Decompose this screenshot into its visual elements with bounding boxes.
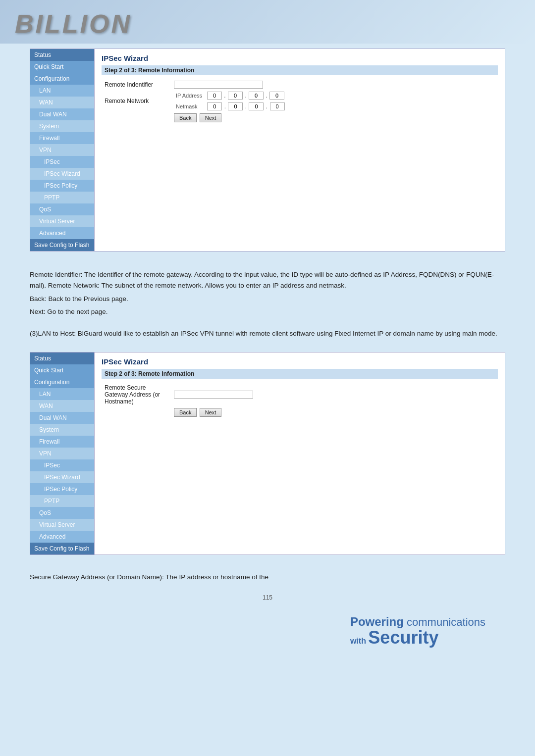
sidebar-item-4[interactable]: WAN — [30, 97, 94, 108]
remote-identifier-label: Remote Indentifier — [102, 79, 171, 90]
panel1-back-button[interactable]: Back — [174, 113, 197, 122]
nm-oct4[interactable] — [270, 102, 285, 110]
sidebar-item-1[interactable]: Quick Start — [30, 61, 94, 73]
desc-section1: Remote Identifier: The Identifier of the… — [30, 261, 505, 324]
sidebar-item-16[interactable]: Save Config to Flash — [30, 543, 94, 554]
ip-oct4[interactable] — [269, 92, 284, 100]
sidebar-item-2[interactable]: Configuration — [30, 376, 94, 388]
sidebar-item-7[interactable]: Firewall — [30, 132, 94, 144]
sidebar-item-8[interactable]: VPN — [30, 448, 94, 459]
sidebar-item-9[interactable]: IPSec — [30, 156, 94, 168]
page-number: 115 — [263, 594, 272, 601]
header: BILLION — [0, 0, 535, 44]
ip-oct3[interactable] — [249, 92, 264, 100]
ip-oct1[interactable] — [207, 92, 222, 100]
sidebar-item-13[interactable]: QoS — [30, 507, 94, 519]
panel2-next-button[interactable]: Next — [200, 408, 222, 417]
panel1: StatusQuick StartConfigurationLANWANDual… — [30, 49, 505, 252]
panel1-title: IPSec Wizard — [102, 54, 498, 62]
sidebar-item-15[interactable]: Advanced — [30, 531, 94, 543]
panel1-buttons-row: Back Next — [102, 112, 498, 124]
remote-identifier-input[interactable] — [174, 81, 263, 89]
desc3-para1: Secure Gateway Address (or Domain Name):… — [30, 572, 505, 583]
sidebar-item-1[interactable]: Quick Start — [30, 364, 94, 376]
sidebar-item-14[interactable]: Virtual Server — [30, 519, 94, 531]
desc1-para1: Remote Identifier: The Identifier of the… — [30, 269, 505, 292]
brand-communications: communications — [407, 616, 485, 628]
sidebar-item-0[interactable]: Status — [30, 49, 94, 61]
nm-oct2[interactable] — [228, 102, 243, 110]
sidebar-item-3[interactable]: LAN — [30, 388, 94, 400]
netmask-label: Netmask — [174, 103, 197, 109]
sidebar-item-11[interactable]: IPSec Policy — [30, 483, 94, 495]
panel2: StatusQuick StartConfigurationLANWANDual… — [30, 352, 505, 555]
panel2-title: IPSec Wizard — [102, 357, 498, 366]
remote-network-ip-row: Remote Network IP Address . . . — [102, 90, 498, 101]
gateway-field — [171, 383, 498, 406]
remote-network-label: Remote Network — [102, 90, 171, 112]
brand-footer: Powering communications with Security — [30, 605, 505, 652]
panel2-content: IPSec Wizard Step 2 of 3: Remote Informa… — [95, 353, 505, 554]
sidebar-item-5[interactable]: Dual WAN — [30, 108, 94, 120]
sidebar-item-16[interactable]: Save Config to Flash — [30, 239, 94, 251]
brand-block: Powering communications with Security — [350, 615, 485, 647]
sidebar2: StatusQuick StartConfigurationLANWANDual… — [30, 353, 95, 554]
sidebar-item-11[interactable]: IPSec Policy — [30, 180, 94, 192]
brand-with: with — [350, 637, 368, 645]
panel2-back-button[interactable]: Back — [174, 408, 197, 417]
remote-network-netmask-cell: Netmask . . . — [171, 101, 498, 112]
panel2-buttons-row: Back Next — [102, 406, 498, 418]
gateway-input[interactable] — [174, 391, 253, 399]
gateway-label: Remote Secure Gateway Address (or Hostna… — [102, 383, 171, 406]
panel1-content: IPSec Wizard Step 2 of 3: Remote Informa… — [95, 49, 505, 251]
logo: BILLION — [15, 9, 520, 39]
sidebar-item-13[interactable]: QoS — [30, 203, 94, 215]
sidebar-item-7[interactable]: Firewall — [30, 436, 94, 448]
desc-section3: Secure Gateway Address (or Domain Name):… — [30, 565, 505, 590]
sidebar-item-12[interactable]: PPTP — [30, 495, 94, 507]
remote-network-ip-cell: IP Address . . . — [171, 90, 498, 101]
remote-identifier-row: Remote Indentifier — [102, 79, 498, 90]
sidebar-item-4[interactable]: WAN — [30, 400, 94, 412]
sidebar-item-12[interactable]: PPTP — [30, 192, 94, 203]
panel2-subtitle: Step 2 of 3: Remote Information — [102, 369, 498, 379]
ip-oct2[interactable] — [228, 92, 243, 100]
brand-powering: Powering — [350, 615, 404, 628]
sidebar-item-2[interactable]: Configuration — [30, 73, 94, 85]
sidebar-item-6[interactable]: System — [30, 120, 94, 132]
sidebar-item-6[interactable]: System — [30, 424, 94, 436]
sidebar1: StatusQuick StartConfigurationLANWANDual… — [30, 49, 95, 251]
sidebar-item-15[interactable]: Advanced — [30, 227, 94, 239]
sidebar-item-5[interactable]: Dual WAN — [30, 412, 94, 424]
sidebar-item-0[interactable]: Status — [30, 353, 94, 364]
panel2-form: Remote Secure Gateway Address (or Hostna… — [102, 383, 498, 418]
nm-oct1[interactable] — [207, 102, 222, 110]
brand-security: with Security — [350, 629, 485, 647]
sidebar-item-9[interactable]: IPSec — [30, 459, 94, 471]
sidebar-item-10[interactable]: IPSec Wizard — [30, 471, 94, 483]
panel1-subtitle: Step 2 of 3: Remote Information — [102, 65, 498, 75]
remote-identifier-field — [171, 79, 498, 90]
panel1-form: Remote Indentifier Remote Network IP Add… — [102, 79, 498, 124]
gateway-row: Remote Secure Gateway Address (or Hostna… — [102, 383, 498, 406]
sidebar-item-3[interactable]: LAN — [30, 85, 94, 97]
desc1-para2: Back: Back to the Previous page. — [30, 294, 505, 304]
content-area: StatusQuick StartConfigurationLANWANDual… — [0, 44, 535, 666]
ip-address-label: IP Address — [174, 93, 202, 99]
panel1-next-button[interactable]: Next — [200, 113, 222, 122]
sidebar-item-14[interactable]: Virtual Server — [30, 215, 94, 227]
desc2-para1: (3)LAN to Host: BiGuard would like to es… — [30, 328, 505, 339]
nm-oct3[interactable] — [249, 102, 264, 110]
desc1-para3: Next: Go to the next page. — [30, 306, 505, 317]
sidebar-item-8[interactable]: VPN — [30, 144, 94, 156]
desc-section2: (3)LAN to Host: BiGuard would like to es… — [30, 324, 505, 346]
sidebar-item-10[interactable]: IPSec Wizard — [30, 168, 94, 180]
page-footer: 115 — [30, 590, 505, 605]
